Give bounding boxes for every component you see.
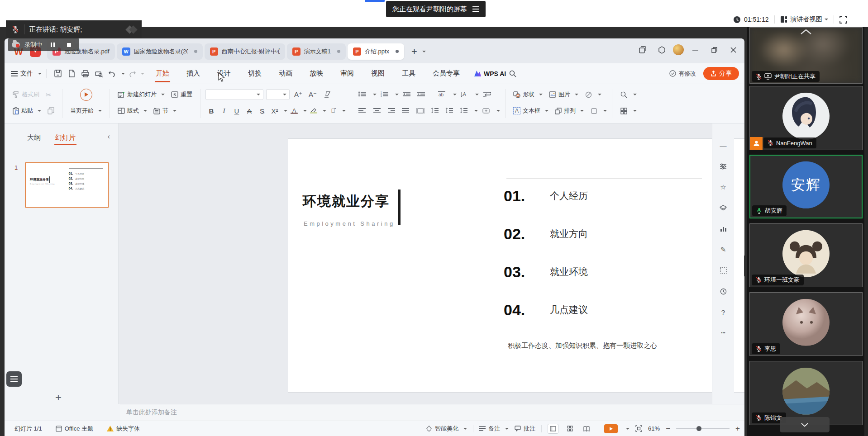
menu-item-工具[interactable]: 工具 [400,63,417,84]
restore-button[interactable] [706,43,722,57]
agenda-item[interactable]: 02.就业方向 [504,224,588,244]
cut-button[interactable]: ✂ [43,88,54,101]
tab-switch-icon[interactable] [635,43,650,57]
slide-editor[interactable]: 环境就业分享 Employment Sharing 01.个人经历02.就业方向… [288,139,744,392]
chart-icon[interactable] [717,223,729,235]
participant-tile[interactable]: 尹朝阳正在共享 [749,27,863,84]
zoom-slider[interactable] [676,428,730,429]
align-left-button[interactable] [356,105,369,117]
menu-item-审阅[interactable]: 审阅 [339,63,356,84]
menu-item-放映[interactable]: 放映 [308,63,325,84]
document-tab[interactable]: P介绍.pptx [348,43,404,60]
menu-item-视图[interactable]: 视图 [369,63,386,84]
section-button[interactable]: 节 [151,104,179,118]
paragraph-spacing-button[interactable] [443,105,456,117]
favorites-star-icon[interactable]: ☆ [717,181,729,193]
zoom-in-button[interactable]: + [735,424,740,433]
theme-button[interactable]: Office 主题 [56,425,93,433]
reading-view-button[interactable] [581,424,592,434]
account-avatar[interactable] [673,44,684,55]
new-slide-button[interactable]: 新建幻灯片 [115,88,167,101]
history-clock-icon[interactable] [717,285,729,297]
document-tab[interactable]: W国家危险废物名录(20 [117,43,203,60]
menu-item-插入[interactable]: 插入 [185,63,202,84]
italic-button[interactable]: I [218,105,230,117]
save-button[interactable] [51,67,65,81]
paste-button[interactable]: 粘贴 [10,104,44,118]
undo-button[interactable] [105,67,119,81]
shapes-button[interactable]: 形状 [510,88,545,101]
text-direction-button[interactable]: A [458,89,471,100]
line-spacing-up-button[interactable] [429,105,441,117]
slide-title[interactable]: 环境就业分享 [303,192,390,211]
layout-button[interactable]: 版式 [115,104,150,118]
play-slideshow-button[interactable] [77,88,95,101]
panel-expand-handle[interactable]: › [744,256,744,276]
line-spacing-button[interactable] [458,105,470,117]
play-options-chevron-icon[interactable] [626,428,630,430]
fit-slide-button[interactable] [635,425,642,432]
redo-button[interactable] [125,67,138,81]
beautify-button[interactable]: 智能美化 [426,425,467,433]
share-button[interactable]: 分享 [703,67,739,80]
fullscreen-button[interactable] [839,16,847,24]
wps-ai-menu[interactable]: WPS AI [474,70,506,77]
menu-item-会员专享[interactable]: 会员专享 [431,63,462,84]
layers-icon[interactable] [717,202,729,214]
strikethrough-button[interactable]: A [243,105,255,117]
picture-button[interactable]: 图片 [546,88,581,101]
more-icon[interactable]: ••• [717,327,729,339]
slide-sorter-view-button[interactable] [564,424,575,434]
stop-recording-button[interactable] [63,40,75,50]
tab-slides[interactable]: 幻灯片 [54,132,76,144]
pen-icon[interactable]: ✎ [717,244,729,256]
pause-recording-button[interactable] [47,40,58,50]
participant-tile[interactable]: 环境一班文豪 [749,223,863,287]
redo-chevron-icon[interactable] [141,73,144,75]
participant-tile[interactable]: NanFengWan [749,86,863,150]
participant-tile[interactable]: 安辉胡安辉 [749,155,863,218]
zoom-percentage[interactable]: 61% [648,425,660,432]
selection-pane-button[interactable] [617,105,630,117]
comments-button[interactable]: 批注 [515,425,535,433]
agenda-item[interactable]: 01.个人经历 [504,186,588,206]
print-preview-button[interactable] [92,67,105,81]
menu-item-切换[interactable]: 切换 [246,63,263,84]
agenda-item[interactable]: 04.几点建议 [504,300,588,320]
menu-item-开始[interactable]: 开始 [154,63,171,84]
new-tab-button[interactable]: + [411,47,417,56]
slide-list-toggle-button[interactable] [6,371,22,387]
add-slide-button[interactable]: + [55,391,62,404]
increase-font-button[interactable]: A⁺ [292,89,304,100]
tab-outline[interactable]: 大纲 [26,132,42,144]
phonetic-guide-button[interactable]: 文̂ [327,105,339,117]
justify-button[interactable] [400,105,412,117]
reset-button[interactable]: 重置 [168,88,195,101]
close-button[interactable] [725,43,741,57]
zoom-out-button[interactable]: − [666,424,670,433]
banner-menu-icon[interactable] [472,6,479,12]
distribute-button[interactable] [414,105,427,117]
outline-color-button[interactable] [587,105,600,117]
collapse-panel-icon[interactable]: ‹ [108,133,110,141]
bold-button[interactable]: B [205,105,217,117]
font-size-select[interactable] [266,89,290,100]
arrange-button[interactable]: 排列 [552,104,587,118]
bullet-list-button[interactable] [356,89,369,100]
highlight-color-button[interactable] [308,105,320,117]
view-mode-selector[interactable]: 演讲者视图 [791,15,822,24]
agenda-item[interactable]: 03.就业环境 [504,262,588,282]
fill-color-button[interactable] [582,89,595,100]
participant-tile[interactable]: 李思 [749,292,863,356]
export-pdf-button[interactable] [65,67,78,81]
decrease-indent-button[interactable] [401,89,413,100]
tab-list-chevron-icon[interactable] [422,51,426,52]
notes-area[interactable]: 单击此处添加备注 [120,404,744,421]
increase-indent-button[interactable] [415,89,428,100]
document-tab[interactable]: P西南中心汇报-财评中心 [205,43,285,60]
menu-item-动画[interactable]: 动画 [277,63,294,84]
print-button[interactable] [78,67,92,81]
missing-font-warning[interactable]: 缺失字体 [107,425,140,433]
slide-thumbnail[interactable]: 环境就业分享 Employment Sharing 01.个人经历02.就业方向… [25,162,109,208]
collapse-icon[interactable]: — [717,140,729,152]
